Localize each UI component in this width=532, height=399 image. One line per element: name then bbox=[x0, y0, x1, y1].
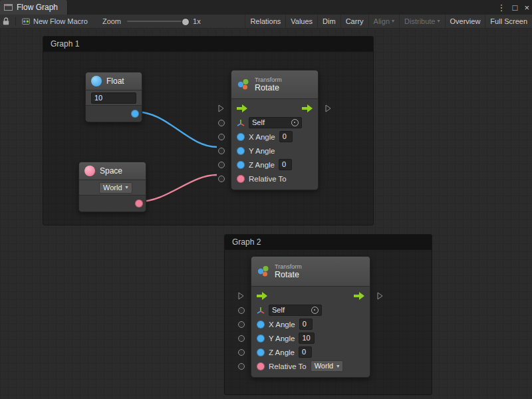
x-angle-input-port[interactable] bbox=[218, 134, 225, 140]
port-label: X Angle bbox=[249, 133, 275, 141]
flow-output-port[interactable] bbox=[377, 292, 383, 300]
title-bar: Flow Graph ⋮ □ × bbox=[0, 0, 532, 15]
group-title: Graph 1 bbox=[51, 39, 79, 49]
overview-button[interactable]: Overview bbox=[445, 15, 485, 28]
port-label: Relative To bbox=[249, 175, 287, 183]
float-port-icon bbox=[237, 147, 245, 155]
node-space[interactable]: Space World ▾ bbox=[78, 162, 146, 212]
macro-name: New Flow Macro bbox=[33, 17, 88, 25]
y-angle-input-port[interactable] bbox=[238, 335, 245, 342]
float-port-icon bbox=[237, 133, 245, 141]
tab-flow-graph[interactable]: Flow Graph bbox=[0, 0, 68, 15]
toolbar-separator bbox=[15, 17, 16, 26]
carry-button[interactable]: Carry bbox=[340, 15, 368, 28]
flow-input-port[interactable] bbox=[218, 104, 224, 112]
relative-to-input-port[interactable] bbox=[238, 363, 245, 370]
chevron-down-icon: ▾ bbox=[126, 185, 128, 190]
port-label: Z Angle bbox=[269, 348, 295, 356]
x-angle-field[interactable]: 0 bbox=[299, 319, 313, 330]
dim-button[interactable]: Dim bbox=[317, 15, 340, 28]
self-field[interactable]: Self bbox=[269, 305, 322, 316]
space-type-icon bbox=[84, 166, 95, 176]
x-angle-field[interactable]: 0 bbox=[279, 131, 293, 142]
node-rotate-2[interactable]: Transform Rotate bbox=[251, 256, 370, 378]
float-port-icon bbox=[257, 348, 265, 356]
relations-button[interactable]: Relations bbox=[245, 15, 285, 28]
z-angle-input-port[interactable] bbox=[238, 349, 245, 356]
chevron-down-icon: ▾ bbox=[438, 19, 440, 24]
close-icon[interactable]: × bbox=[524, 3, 529, 12]
space-output-port[interactable] bbox=[135, 200, 143, 207]
distribute-dropdown: Distribute▾ bbox=[399, 15, 444, 28]
flow-exit-arrow-icon[interactable] bbox=[354, 292, 364, 300]
zoom-value: 1x bbox=[193, 17, 201, 25]
y-angle-row: Y Angle bbox=[231, 144, 318, 158]
lock-button[interactable] bbox=[0, 15, 12, 28]
group-graph-2-header[interactable]: Graph 2 bbox=[225, 235, 432, 250]
graph-toolbar: New Flow Macro Zoom 1x Relations Values … bbox=[0, 15, 532, 29]
transform-gizmo-icon bbox=[237, 78, 250, 91]
group-graph-1-header[interactable]: Graph 1 bbox=[43, 37, 373, 52]
self-field[interactable]: Self bbox=[249, 117, 302, 128]
self-row: Self bbox=[231, 116, 318, 130]
port-label: Y Angle bbox=[249, 147, 275, 155]
z-angle-field[interactable]: 0 bbox=[279, 159, 292, 170]
graph-canvas[interactable]: Graph 1 Graph 2 Float 10 bbox=[0, 28, 532, 399]
tab-label: Flow Graph bbox=[17, 3, 58, 12]
axis-icon bbox=[237, 119, 245, 127]
maximize-icon[interactable]: □ bbox=[513, 3, 518, 12]
flow-row bbox=[231, 101, 318, 116]
self-row: Self bbox=[251, 303, 370, 317]
flow-row bbox=[251, 289, 370, 303]
node-float[interactable]: Float 10 bbox=[85, 72, 142, 122]
zoom-label: Zoom bbox=[102, 17, 121, 25]
z-angle-input-port[interactable] bbox=[218, 162, 225, 168]
space-port-icon bbox=[237, 175, 245, 183]
node-title: Float bbox=[106, 76, 124, 86]
self-input-port[interactable] bbox=[218, 120, 225, 126]
zoom-slider[interactable] bbox=[127, 21, 187, 22]
node-title: Rotate bbox=[255, 83, 282, 92]
flow-enter-arrow-icon[interactable] bbox=[237, 104, 247, 112]
float-port-icon bbox=[257, 334, 265, 342]
flow-exit-arrow-icon[interactable] bbox=[302, 104, 313, 112]
port-label: Y Angle bbox=[269, 334, 295, 342]
z-angle-row: Z Angle 0 bbox=[231, 158, 318, 172]
x-angle-input-port[interactable] bbox=[238, 321, 245, 328]
flow-enter-arrow-icon[interactable] bbox=[257, 292, 267, 300]
y-angle-row: Y Angle 10 bbox=[251, 331, 370, 345]
relative-to-input-port[interactable] bbox=[218, 176, 225, 182]
relative-to-row: Relative To bbox=[231, 172, 318, 186]
z-angle-row: Z Angle 0 bbox=[251, 345, 370, 359]
flow-output-port[interactable] bbox=[325, 104, 331, 112]
x-angle-row: X Angle 0 bbox=[251, 317, 370, 331]
node-category: Transform bbox=[255, 76, 282, 83]
z-angle-field[interactable]: 0 bbox=[299, 346, 312, 358]
float-value-field[interactable]: 10 bbox=[91, 92, 136, 104]
values-button[interactable]: Values bbox=[285, 15, 317, 28]
transform-gizmo-icon bbox=[257, 265, 270, 278]
relative-to-dropdown[interactable]: World ▾ bbox=[311, 360, 344, 372]
y-angle-field[interactable]: 10 bbox=[299, 332, 315, 344]
node-rotate-1[interactable]: Transform Rotate bbox=[231, 70, 319, 190]
float-type-icon bbox=[91, 76, 102, 86]
float-port-icon bbox=[257, 321, 265, 329]
y-angle-input-port[interactable] bbox=[218, 148, 225, 154]
target-icon bbox=[291, 119, 299, 126]
fullscreen-button[interactable]: Full Screen bbox=[485, 15, 532, 28]
axis-icon bbox=[257, 307, 265, 315]
chevron-down-icon: ▾ bbox=[336, 364, 339, 369]
self-input-port[interactable] bbox=[238, 307, 245, 314]
x-angle-row: X Angle 0 bbox=[231, 130, 318, 144]
float-port-icon bbox=[237, 161, 245, 169]
space-value-dropdown[interactable]: World ▾ bbox=[99, 182, 132, 194]
target-icon bbox=[311, 307, 319, 314]
float-output-port[interactable] bbox=[131, 110, 139, 118]
group-title: Graph 2 bbox=[232, 237, 261, 247]
flow-input-port[interactable] bbox=[238, 292, 244, 300]
node-title: Space bbox=[100, 166, 122, 176]
window-menu-icon[interactable]: ⋮ bbox=[497, 3, 506, 12]
macro-breadcrumb[interactable]: New Flow Macro bbox=[19, 15, 90, 28]
flow-graph-window: Flow Graph ⋮ □ × New Flow Macro bbox=[0, 0, 532, 399]
zoom-slider-knob[interactable] bbox=[182, 18, 190, 26]
